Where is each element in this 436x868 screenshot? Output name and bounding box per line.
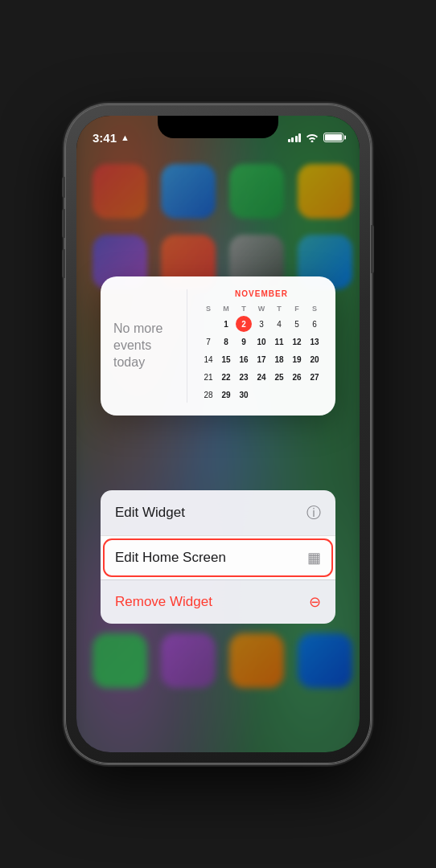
calendar-day-headers: S M T W T F S 1 2 3 4 5 6 7 bbox=[200, 303, 323, 403]
calendar-widget[interactable]: No more events today NOVEMBER S M T W T … bbox=[101, 276, 335, 416]
battery-icon bbox=[323, 133, 343, 142]
edit-widget-icon: ⓘ bbox=[306, 503, 321, 522]
calendar-grid: NOVEMBER S M T W T F S 1 2 3 4 5 6 bbox=[195, 289, 323, 403]
edit-home-screen-icon: ▦ bbox=[307, 549, 321, 567]
context-menu: Edit Widget ⓘ Edit Home Screen ▦ Remove … bbox=[101, 490, 335, 624]
context-menu-card: Edit Widget ⓘ Edit Home Screen ▦ Remove … bbox=[101, 490, 335, 624]
volume-down-button bbox=[62, 249, 65, 278]
silent-switch bbox=[62, 177, 65, 198]
wifi-icon bbox=[306, 133, 319, 142]
remove-widget-menu-item[interactable]: Remove Widget ⊖ bbox=[101, 579, 335, 624]
remove-widget-icon: ⊖ bbox=[309, 593, 321, 611]
edit-home-screen-label: Edit Home Screen bbox=[115, 550, 226, 566]
edit-home-screen-menu-item[interactable]: Edit Home Screen ▦ bbox=[101, 535, 335, 579]
edit-widget-menu-item[interactable]: Edit Widget ⓘ bbox=[101, 490, 335, 535]
phone-screen: 3:41 ▲ bbox=[76, 116, 360, 752]
volume-up-button bbox=[62, 209, 65, 238]
signal-icon bbox=[288, 133, 302, 142]
location-icon: ▲ bbox=[121, 133, 130, 142]
dim-overlay bbox=[76, 116, 360, 752]
edit-widget-label: Edit Widget bbox=[115, 505, 185, 521]
no-events-text: No more events today bbox=[113, 289, 187, 403]
notch bbox=[158, 116, 278, 138]
phone-frame: 3:41 ▲ bbox=[65, 104, 371, 764]
status-time: 3:41 ▲ bbox=[93, 131, 130, 145]
calendar-month: NOVEMBER bbox=[200, 289, 323, 298]
power-button bbox=[371, 225, 374, 273]
status-icons bbox=[288, 133, 344, 142]
remove-widget-label: Remove Widget bbox=[115, 594, 212, 610]
